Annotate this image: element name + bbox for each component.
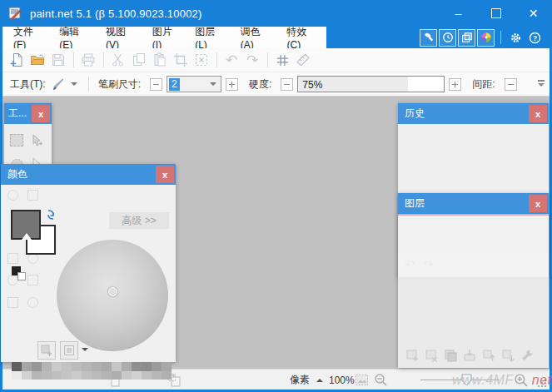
tools-panel-close-button[interactable]: x [32, 105, 50, 122]
default-colors-button[interactable] [12, 266, 27, 281]
primary-color-swatch[interactable] [11, 210, 41, 240]
palette-swatch[interactable] [52, 371, 62, 380]
crop-button[interactable] [171, 50, 191, 70]
menu-item-effects[interactable]: 特效(C) [280, 27, 326, 48]
palette-swatch[interactable] [102, 362, 112, 371]
menu-item-view[interactable]: 视图(V) [98, 27, 145, 48]
print-button[interactable] [78, 50, 98, 70]
palette-swatch[interactable] [112, 362, 122, 371]
spacing-decrement-button[interactable] [505, 78, 517, 91]
menu-item-layers[interactable]: 图层(L) [187, 27, 233, 48]
watermark-red-text: net [532, 373, 552, 388]
brush-size-increment-button[interactable] [226, 78, 238, 91]
tools-window-toggle-button[interactable] [420, 29, 437, 47]
redo-button[interactable]: ↷ [242, 50, 262, 70]
ruler-toggle-button[interactable] [293, 50, 313, 70]
tool-rectangle-select[interactable] [7, 130, 27, 150]
palette-swatch[interactable] [12, 371, 22, 380]
maximize-button[interactable] [477, 0, 515, 27]
palette-swatch[interactable] [42, 362, 52, 371]
delete-layer-button[interactable] [421, 347, 440, 364]
palette-swatch[interactable] [162, 371, 172, 380]
palette-swatch[interactable] [162, 362, 172, 371]
add-color-to-palette-button[interactable] [37, 341, 56, 360]
palette-swatch[interactable] [92, 371, 102, 380]
tool-move-selected-pixels[interactable] [27, 130, 47, 150]
spacing-label: 间距: [472, 77, 495, 92]
menu-item-file[interactable]: 文件(F) [6, 27, 52, 48]
history-window-toggle-button[interactable] [439, 29, 456, 47]
deselect-button[interactable] [191, 50, 211, 70]
palette-swatch[interactable] [152, 362, 162, 371]
palette-menu-button[interactable] [60, 341, 78, 360]
palette-swatch[interactable] [22, 371, 32, 380]
colors-panel-title-text: 颜色 [7, 167, 27, 181]
palette-swatch[interactable] [82, 362, 92, 371]
hardness-input[interactable]: 75% [297, 76, 445, 92]
hardness-decrement-button[interactable] [281, 78, 293, 91]
palette-swatch[interactable] [92, 362, 102, 371]
paste-button[interactable] [150, 50, 170, 70]
cut-button[interactable] [108, 50, 128, 70]
layers-window-toggle-button[interactable] [458, 29, 475, 47]
move-layer-down-button[interactable] [498, 347, 517, 364]
hardness-increment-button[interactable] [449, 78, 461, 91]
colors-panel-close-button[interactable]: x [156, 166, 174, 183]
duplicate-layer-button[interactable] [440, 347, 460, 364]
tool-picker-button[interactable] [51, 76, 77, 92]
palette-swatch[interactable] [62, 371, 72, 380]
menu-item-image[interactable]: 图片(I) [145, 27, 187, 48]
palette-swatch[interactable] [72, 362, 82, 371]
toolbar-overflow-button[interactable] [537, 80, 545, 88]
palette-swatch[interactable] [12, 362, 22, 371]
palette-swatch[interactable] [82, 371, 92, 380]
open-button[interactable] [27, 50, 47, 70]
brush-size-combobox[interactable]: 2 [167, 76, 221, 92]
color-wheel-selector [108, 287, 117, 296]
add-layer-button[interactable] [402, 347, 421, 364]
help-button[interactable]: ? [526, 29, 544, 47]
history-panel-close-button[interactable]: x [529, 105, 547, 122]
palette-swatch[interactable] [32, 362, 42, 371]
palette-swatch[interactable] [62, 362, 72, 371]
palette-dropdown-arrow[interactable] [82, 348, 88, 351]
palette-swatch[interactable] [112, 371, 122, 380]
grid-toggle-button[interactable] [272, 50, 292, 70]
menu-item-adjustments[interactable]: 调色(A) [233, 27, 280, 48]
palette-swatch[interactable] [122, 362, 132, 371]
unit-label: 像素 [290, 373, 310, 387]
color-wheel[interactable] [57, 240, 168, 351]
menu-item-edit[interactable]: 编辑(E) [52, 27, 98, 48]
colors-window-toggle-button[interactable] [477, 29, 495, 47]
new-button[interactable] [7, 50, 27, 70]
merge-layer-down-button[interactable] [460, 347, 479, 364]
layers-panel-close-button[interactable]: x [529, 195, 547, 212]
layer-properties-button[interactable] [517, 347, 536, 364]
palette-swatch[interactable] [42, 371, 52, 380]
palette-swatch[interactable] [22, 362, 32, 371]
unit-selector[interactable]: 像素 [290, 370, 323, 390]
brush-size-decrement-button[interactable] [150, 78, 162, 91]
palette-swatch[interactable] [32, 371, 42, 380]
move-layer-up-button[interactable] [479, 347, 498, 364]
zoom-out-button[interactable] [374, 370, 388, 390]
palette-swatch[interactable] [132, 362, 142, 371]
minimize-button[interactable]: – [440, 0, 477, 27]
palette-swatch[interactable] [52, 362, 62, 371]
palette-swatch[interactable] [102, 371, 112, 380]
palette-swatch[interactable] [122, 371, 132, 380]
zoom-to-window-button[interactable] [355, 370, 369, 390]
swap-colors-button[interactable] [45, 209, 57, 221]
palette-swatch[interactable] [142, 371, 152, 380]
palette-swatch[interactable] [132, 371, 142, 380]
copy-button[interactable] [129, 50, 149, 70]
palette-swatch[interactable] [142, 362, 152, 371]
undo-button[interactable]: ↶ [221, 50, 241, 70]
close-button[interactable]: ✕ [515, 0, 552, 27]
palette-swatch[interactable] [152, 371, 162, 380]
colors-panel: 颜色 x [1, 164, 176, 362]
save-button[interactable] [48, 50, 68, 70]
advanced-colors-button[interactable]: 高级 >> [109, 212, 169, 229]
settings-button[interactable] [507, 29, 525, 47]
palette-swatch[interactable] [72, 371, 82, 380]
